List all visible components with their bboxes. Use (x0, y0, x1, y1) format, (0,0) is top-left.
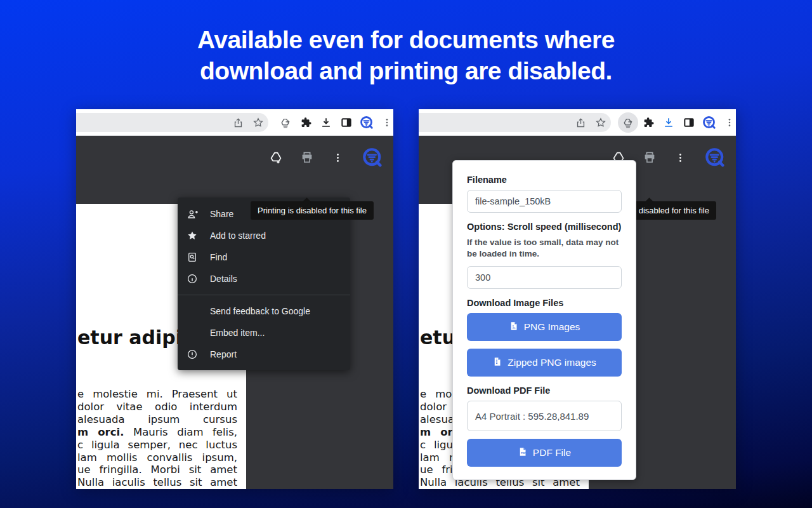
toolbar-extensions-area (278, 115, 395, 130)
share-icon[interactable] (573, 115, 588, 130)
add-shortcut-to-drive-icon[interactable] (268, 150, 284, 165)
download-icon[interactable] (318, 115, 334, 130)
kebab-menu-icon[interactable] (722, 115, 737, 130)
viewer-context-menu: Share Add to starred Find Details Send f… (178, 197, 350, 370)
document-line: lam mollis convallis ipsum, (77, 451, 237, 464)
pdf-file-button[interactable]: PDF PDF File (467, 439, 622, 467)
chrome-toolbar (76, 109, 393, 136)
chrome-toolbar (419, 109, 736, 136)
document-line: c ligula semper, nec luctus (77, 439, 237, 451)
star-icon[interactable] (251, 115, 266, 130)
find-in-document-icon (186, 251, 199, 264)
extension-logo-icon[interactable] (704, 146, 726, 169)
menu-item-send-feedback[interactable]: Send feedback to Google (178, 300, 350, 322)
report-icon (186, 348, 199, 361)
print-icon[interactable] (299, 150, 315, 165)
download-images-label: Download Image Files (467, 298, 622, 308)
menu-item-find[interactable]: Find (178, 246, 350, 268)
pdf-file-icon: PDF (518, 447, 527, 459)
image-file-icon (509, 321, 518, 333)
document-line: e molestie mi. Praesent ut (77, 388, 237, 401)
menu-item-details[interactable]: Details (178, 268, 350, 290)
side-panel-icon[interactable] (681, 115, 697, 130)
menu-item-add-to-starred[interactable]: Add to starred (178, 225, 350, 246)
kebab-menu-icon[interactable] (672, 150, 688, 165)
document-viewer: etur adipiscing e molestie mi. Praesent … (419, 137, 736, 489)
menu-item-report[interactable]: Report (178, 344, 350, 365)
print-icon[interactable] (642, 150, 657, 165)
extension-logo-icon[interactable] (361, 146, 384, 169)
svg-text:PDF: PDF (521, 451, 527, 455)
headline: Available even for documents where downl… (0, 24, 812, 86)
star-icon[interactable] (593, 115, 608, 130)
extension-logo-icon[interactable] (702, 115, 717, 130)
png-images-button[interactable]: PNG Images (467, 313, 622, 341)
document-viewer: etur adipiscing e molestie mi. Praesent … (76, 137, 393, 489)
document-paragraph: e molestie mi. Praesent ut dolor vitae o… (76, 388, 246, 489)
omnibox[interactable] (419, 113, 611, 132)
document-line: m orci. Mauris diam felis, (77, 426, 237, 439)
extension-drive-icon-active[interactable] (620, 115, 636, 130)
toolbar-extensions-area (620, 115, 737, 130)
puzzle-icon[interactable] (298, 115, 313, 130)
person-add-icon (186, 208, 199, 220)
browser-window-left: etur adipiscing e molestie mi. Praesent … (76, 109, 393, 489)
scroll-speed-input[interactable] (467, 266, 622, 289)
extension-drive-icon[interactable] (278, 115, 293, 130)
print-disabled-tooltip: Printing is disabled for this file (251, 201, 374, 220)
menu-item-embed-item[interactable]: Embed item... (178, 322, 350, 344)
document-line: Nulla iaculis tellus sit amet (77, 476, 237, 489)
options-help-text: If the value is too small, data may not … (467, 237, 622, 260)
zip-file-icon (492, 357, 502, 369)
document-line: dolor vitae odio interdum (77, 401, 237, 413)
headline-line2: download and printing are disabled. (0, 55, 812, 86)
browser-window-right: etur adipiscing e molestie mi. Praesent … (419, 109, 736, 489)
menu-divider (178, 295, 350, 295)
puzzle-icon[interactable] (641, 115, 656, 130)
zipped-png-button[interactable]: Zipped PNG images (467, 349, 622, 377)
options-label: Options: Scroll speed (millisecond) (467, 222, 622, 232)
download-pdf-label: Download PDF File (467, 385, 622, 396)
pdf-size-select[interactable]: A4 Portrait : 595.28,841.89 (467, 401, 622, 431)
info-icon (186, 272, 199, 285)
kebab-menu-icon[interactable] (330, 150, 345, 165)
kebab-menu-icon[interactable] (379, 115, 395, 130)
document-line: ue fringilla. Morbi sit amet (77, 464, 237, 476)
document-line: alesuada ipsum cursus (77, 413, 237, 426)
download-icon-active[interactable] (661, 115, 676, 130)
filename-input[interactable] (467, 190, 622, 213)
extension-popup: Filename Options: Scroll speed (millisec… (452, 160, 636, 480)
side-panel-icon[interactable] (339, 115, 354, 130)
filename-label: Filename (467, 175, 622, 185)
extension-logo-icon[interactable] (359, 115, 374, 130)
share-icon[interactable] (230, 115, 246, 130)
headline-line1: Available even for documents where (0, 24, 812, 55)
viewer-toolbar (76, 137, 393, 185)
omnibox[interactable] (76, 113, 268, 132)
star-icon (186, 229, 199, 242)
